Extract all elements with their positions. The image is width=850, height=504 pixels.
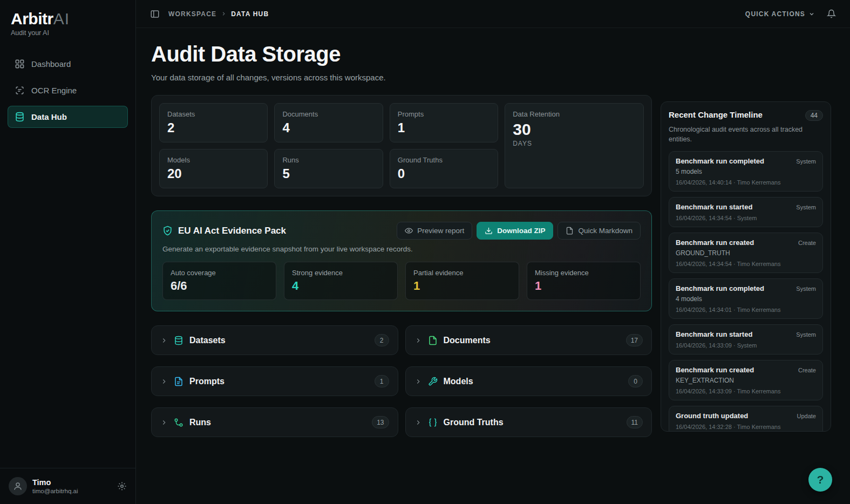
evidence-pack-header: EU AI Act Evidence Pack Preview report <box>162 222 641 240</box>
timeline-subtitle: Chronological audit events across all tr… <box>669 125 804 144</box>
stat-value: 4 <box>282 120 375 135</box>
sidebar: Arbitr AI Audit your AI Dashboard OCR En… <box>0 0 136 504</box>
stat-label: Ground Truths <box>398 156 490 164</box>
event-title: Benchmark run created <box>676 366 754 374</box>
section-label: Models <box>444 377 473 386</box>
event-title: Benchmark run created <box>676 239 754 247</box>
stat-ground-truths: Ground Truths 0 <box>390 149 498 188</box>
section-datasets[interactable]: Datasets 2 <box>151 325 398 355</box>
sidebar-item-label: Dashboard <box>31 59 71 69</box>
preview-report-button[interactable]: Preview report <box>397 222 472 240</box>
event-detail: GROUND_TRUTH <box>676 249 816 257</box>
timeline-event[interactable]: Benchmark run started System 16/04/2026,… <box>669 324 823 355</box>
sidebar-item-data-hub[interactable]: Data Hub <box>8 106 128 128</box>
evidence-stat-partial: Partial evidence 1 <box>405 262 519 300</box>
download-zip-button[interactable]: Download ZIP <box>477 222 553 240</box>
event-meta: 16/04/2026, 14:34:01 · Timo Kerremans <box>676 307 816 313</box>
evidence-pack-title: EU AI Act Evidence Pack <box>178 226 286 236</box>
event-title: Ground truth updated <box>676 412 748 420</box>
quick-markdown-button[interactable]: Quick Markdown <box>557 222 641 240</box>
recent-change-timeline-panel: Recent Change Timeline 44 Chronological … <box>661 101 831 432</box>
git-branch-icon <box>174 418 183 427</box>
help-button[interactable]: ? <box>808 468 832 492</box>
event-title: Benchmark run completed <box>676 284 764 292</box>
event-tag: Create <box>794 240 816 246</box>
breadcrumb-workspace[interactable]: WORKSPACE <box>168 10 216 18</box>
eye-icon <box>405 227 413 235</box>
timeline-event[interactable]: Benchmark run started System 16/04/2026,… <box>669 197 823 227</box>
stat-label: Models <box>167 156 260 164</box>
settings-gear-icon[interactable] <box>117 481 127 491</box>
stat-runs: Runs 5 <box>274 149 383 188</box>
event-detail: KEY_EXTRACTION <box>676 377 816 384</box>
stat-label: Runs <box>282 156 375 164</box>
bell-icon[interactable] <box>827 9 836 18</box>
sidebar-item-ocr-engine[interactable]: OCR Engine <box>8 79 128 101</box>
logo-text-light: AI <box>53 10 70 28</box>
section-label: Runs <box>189 418 211 427</box>
evidence-pack-stats: Auto coverage 6/6 Strong evidence 4 Part… <box>162 262 641 300</box>
section-ground-truths[interactable]: Ground Truths 11 <box>405 407 652 437</box>
section-runs[interactable]: Runs 13 <box>151 407 398 437</box>
event-title: Benchmark run completed <box>676 157 764 165</box>
section-count-badge: 0 <box>628 375 643 387</box>
evidence-stat-strong: Strong evidence 4 <box>284 262 398 300</box>
evidence-stat-value: 1 <box>535 279 633 293</box>
chevron-right-icon <box>221 11 227 17</box>
content-left-column: Audit Data Storage Your data storage of … <box>151 42 652 504</box>
chevron-down-icon <box>808 11 815 17</box>
evidence-stat-value: 1 <box>413 279 511 293</box>
scan-text-icon <box>15 85 25 96</box>
section-count-badge: 2 <box>375 334 389 346</box>
user-meta: Timo timo@arbitrhq.ai <box>32 478 112 494</box>
database-icon <box>15 112 25 122</box>
evidence-stat-value: 4 <box>292 279 390 293</box>
user-name: Timo <box>32 478 112 487</box>
evidence-stat-auto-coverage: Auto coverage 6/6 <box>162 262 276 300</box>
sidebar-item-label: OCR Engine <box>31 86 77 95</box>
sidebar-toggle-icon[interactable] <box>150 9 160 19</box>
section-documents[interactable]: Documents 17 <box>405 325 652 355</box>
page-subtitle: Your data storage of all changes, versio… <box>151 73 652 82</box>
stat-label: Datasets <box>167 110 260 118</box>
event-meta: 16/04/2026, 14:33:09 · System <box>676 342 816 349</box>
evidence-stat-label: Missing evidence <box>535 269 633 277</box>
file-text-icon <box>174 377 183 386</box>
stat-documents: Documents 4 <box>274 103 383 142</box>
avatar[interactable] <box>9 477 27 495</box>
timeline-event[interactable]: Benchmark run completed System 5 models … <box>669 151 823 192</box>
section-label: Prompts <box>189 377 225 386</box>
wrench-icon <box>428 377 438 386</box>
help-question-mark: ? <box>817 473 824 486</box>
evidence-stat-value: 6/6 <box>171 279 268 293</box>
storage-stats-card: Datasets 2 Documents 4 Prompts 1 Data Re… <box>151 95 652 196</box>
timeline-event[interactable]: Benchmark run created Create GROUND_TRUT… <box>669 233 823 273</box>
section-prompts[interactable]: Prompts 1 <box>151 366 398 396</box>
app-logo: Arbitr AI <box>8 10 128 28</box>
topbar-right: QUICK ACTIONS <box>745 9 836 18</box>
event-tag: Update <box>793 413 816 419</box>
main-area: WORKSPACE DATA HUB QUICK ACTIONS Audit D… <box>136 0 850 504</box>
logo-text-bold: Arbitr <box>11 10 53 28</box>
database-icon <box>174 336 183 345</box>
timeline-event[interactable]: Ground truth updated Update 16/04/2026, … <box>669 406 823 432</box>
section-models[interactable]: Models 0 <box>405 366 652 396</box>
sidebar-item-dashboard[interactable]: Dashboard <box>8 53 128 75</box>
chevron-right-icon <box>160 419 168 426</box>
event-meta: 16/04/2026, 14:34:54 · Timo Kerremans <box>676 261 816 267</box>
shield-check-icon <box>162 226 173 236</box>
app-tagline: Audit your AI <box>8 29 128 37</box>
stat-value: 20 <box>167 166 260 181</box>
timeline-event[interactable]: Benchmark run completed System 4 models … <box>669 278 823 319</box>
quick-actions-label: QUICK ACTIONS <box>745 10 805 18</box>
stat-value: 2 <box>167 120 260 135</box>
event-detail: 4 models <box>676 295 816 303</box>
event-row: Benchmark run completed System <box>676 157 816 165</box>
preview-report-label: Preview report <box>417 227 464 235</box>
chevron-right-icon <box>414 378 422 385</box>
section-count-badge: 11 <box>627 416 643 428</box>
event-row: Benchmark run created Create <box>676 366 816 374</box>
evidence-stat-label: Auto coverage <box>171 269 268 277</box>
timeline-event[interactable]: Benchmark run created Create KEY_EXTRACT… <box>669 360 823 400</box>
quick-actions-button[interactable]: QUICK ACTIONS <box>745 10 815 18</box>
